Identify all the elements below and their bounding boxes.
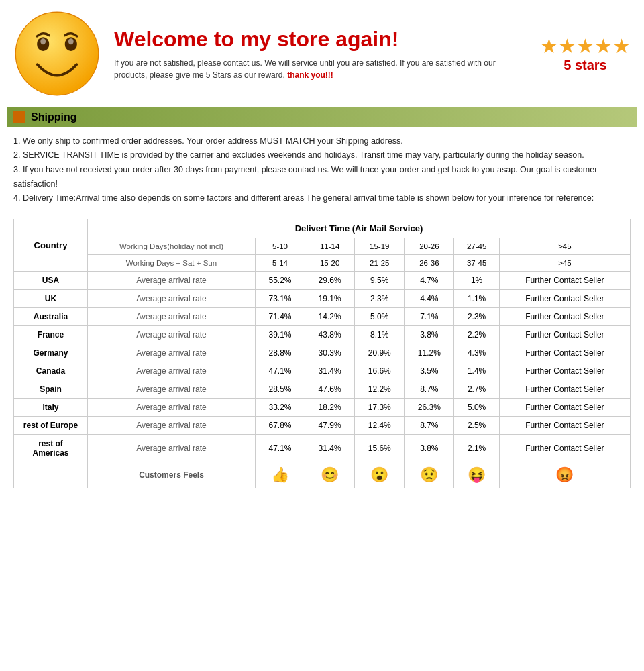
cell-c4: 8.7% bbox=[405, 417, 454, 435]
table-row: Spain Average arrival rate 28.5% 47.6% 1… bbox=[14, 380, 631, 399]
cell-further-contact: Further Contact Seller bbox=[499, 399, 630, 417]
thankyou-text: thank you!!! bbox=[287, 70, 333, 80]
cell-c2: 14.2% bbox=[305, 308, 355, 326]
subheader-row-2: Working Days + Sat + Sun 5-14 15-20 21-2… bbox=[14, 255, 631, 272]
cell-c1: 71.4% bbox=[255, 308, 305, 326]
cell-c4: 11.2% bbox=[405, 344, 454, 362]
cell-c1: 28.5% bbox=[255, 380, 305, 399]
subheader1-type: Working Days(holiday not incl) bbox=[88, 238, 256, 255]
cell-c4: 7.1% bbox=[405, 308, 454, 326]
cell-c5: 2.7% bbox=[454, 380, 499, 399]
cell-c1: 47.1% bbox=[255, 362, 305, 380]
cell-country: Italy bbox=[14, 399, 88, 417]
cell-type: Average arrival rate bbox=[88, 435, 256, 462]
welcome-title: Welcome to my store again! bbox=[114, 27, 527, 52]
cell-c1: 55.2% bbox=[255, 272, 305, 290]
cell-c1: 33.2% bbox=[255, 399, 305, 417]
table-row: USA Average arrival rate 55.2% 29.6% 9.5… bbox=[14, 272, 631, 290]
table-row: Australia Average arrival rate 71.4% 14.… bbox=[14, 308, 631, 326]
emoji-3: 😮 bbox=[355, 462, 405, 488]
cell-c4: 3.8% bbox=[405, 326, 454, 344]
col-header-delivert: Delivert Time (Air Mail Service) bbox=[88, 219, 631, 238]
stars-section: ★★★★★ 5 stars bbox=[540, 34, 631, 73]
cell-further-contact: Further Contact Seller bbox=[499, 290, 630, 308]
cell-country: France bbox=[14, 326, 88, 344]
cell-country: Spain bbox=[14, 380, 88, 399]
cell-further-contact: Further Contact Seller bbox=[499, 435, 630, 462]
cell-c1: 28.8% bbox=[255, 344, 305, 362]
subheader2-type: Working Days + Sat + Sun bbox=[88, 255, 256, 272]
table-row: rest of Americas Average arrival rate 47… bbox=[14, 435, 631, 462]
cell-further-contact: Further Contact Seller bbox=[499, 308, 630, 326]
stars-label: 5 stars bbox=[540, 58, 631, 73]
subheader2-c4: 26-36 bbox=[405, 255, 454, 272]
subheader2-c1: 5-14 bbox=[255, 255, 305, 272]
svg-point-2 bbox=[40, 38, 46, 44]
page-header: Welcome to my store again! If you are no… bbox=[0, 0, 644, 107]
col-header-country: Country bbox=[14, 219, 88, 272]
cell-c4: 8.7% bbox=[405, 380, 454, 399]
cell-type: Average arrival rate bbox=[88, 290, 256, 308]
cell-type: Average arrival rate bbox=[88, 380, 256, 399]
cell-c4: 3.5% bbox=[405, 362, 454, 380]
cell-c5: 1.1% bbox=[454, 290, 499, 308]
cell-c4: 4.7% bbox=[405, 272, 454, 290]
cell-c2: 31.4% bbox=[305, 435, 355, 462]
cell-c2: 18.2% bbox=[305, 399, 355, 417]
cell-c4: 3.8% bbox=[405, 435, 454, 462]
cell-c3: 2.3% bbox=[355, 290, 405, 308]
cell-c3: 15.6% bbox=[355, 435, 405, 462]
subheader1-c6: >45 bbox=[499, 238, 630, 255]
cell-type: Average arrival rate bbox=[88, 326, 256, 344]
customers-empty bbox=[14, 462, 88, 488]
cell-c3: 17.3% bbox=[355, 399, 405, 417]
star-icons: ★★★★★ bbox=[540, 34, 631, 58]
cell-further-contact: Further Contact Seller bbox=[499, 344, 630, 362]
cell-type: Average arrival rate bbox=[88, 308, 256, 326]
cell-further-contact: Further Contact Seller bbox=[499, 380, 630, 399]
cell-country: UK bbox=[14, 290, 88, 308]
cell-c5: 2.5% bbox=[454, 417, 499, 435]
header-description: If you are not satisfied, please contact… bbox=[114, 57, 527, 81]
cell-c3: 5.0% bbox=[355, 308, 405, 326]
subheader2-c6: >45 bbox=[499, 255, 630, 272]
customers-label: Customers Feels bbox=[88, 462, 256, 488]
cell-further-contact: Further Contact Seller bbox=[499, 417, 630, 435]
subheader1-c3: 15-19 bbox=[355, 238, 405, 255]
table-row: UK Average arrival rate 73.1% 19.1% 2.3%… bbox=[14, 290, 631, 308]
cell-c3: 9.5% bbox=[355, 272, 405, 290]
shipping-point-2: 2. SERVICE TRANSIT TIME is provided by t… bbox=[13, 148, 631, 162]
table-row: rest of Europe Average arrival rate 67.8… bbox=[14, 417, 631, 435]
cell-c2: 43.8% bbox=[305, 326, 355, 344]
cell-c1: 39.1% bbox=[255, 326, 305, 344]
cell-further-contact: Further Contact Seller bbox=[499, 272, 630, 290]
header-text-block: Welcome to my store again! If you are no… bbox=[101, 27, 540, 81]
shipping-point-4: 4. Delivery Time:Arrival time also depen… bbox=[13, 191, 631, 205]
cell-type: Average arrival rate bbox=[88, 417, 256, 435]
cell-country: rest of Americas bbox=[14, 435, 88, 462]
shipping-section-header: Shipping bbox=[7, 107, 637, 127]
cell-c3: 8.1% bbox=[355, 326, 405, 344]
cell-country: Australia bbox=[14, 308, 88, 326]
cell-c1: 47.1% bbox=[255, 435, 305, 462]
emoji-6: 😡 bbox=[499, 462, 630, 488]
smiley-icon bbox=[13, 10, 101, 97]
cell-c5: 4.3% bbox=[454, 344, 499, 362]
cell-c2: 29.6% bbox=[305, 272, 355, 290]
cell-c5: 1.4% bbox=[454, 362, 499, 380]
cell-c3: 16.6% bbox=[355, 362, 405, 380]
cell-c3: 20.9% bbox=[355, 344, 405, 362]
subheader1-c4: 20-26 bbox=[405, 238, 454, 255]
cell-c4: 4.4% bbox=[405, 290, 454, 308]
cell-c2: 47.9% bbox=[305, 417, 355, 435]
subheader1-c1: 5-10 bbox=[255, 238, 305, 255]
table-row: France Average arrival rate 39.1% 43.8% … bbox=[14, 326, 631, 344]
cell-c3: 12.4% bbox=[355, 417, 405, 435]
cell-further-contact: Further Contact Seller bbox=[499, 326, 630, 344]
delivery-table: Country Delivert Time (Air Mail Service)… bbox=[13, 219, 631, 488]
cell-c2: 31.4% bbox=[305, 362, 355, 380]
subheader1-c5: 27-45 bbox=[454, 238, 499, 255]
cell-type: Average arrival rate bbox=[88, 344, 256, 362]
emoji-2: 😊 bbox=[305, 462, 355, 488]
subheader2-c3: 21-25 bbox=[355, 255, 405, 272]
